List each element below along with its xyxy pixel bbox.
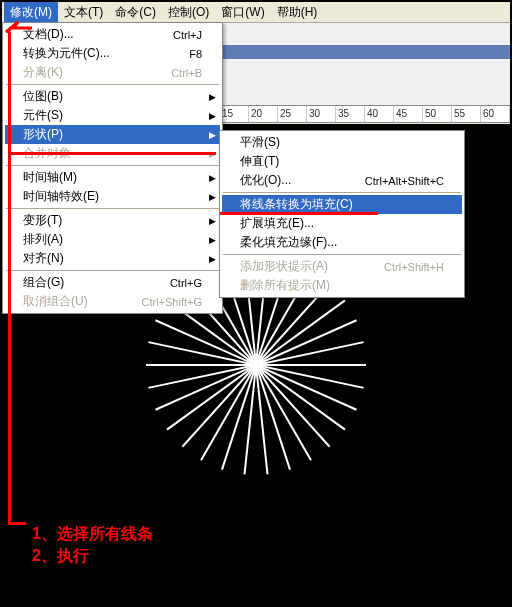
menu-label: 取消组合(U) bbox=[23, 293, 141, 310]
menu-window[interactable]: 窗口(W) bbox=[215, 2, 270, 23]
menu-label: 排列(A) bbox=[23, 231, 202, 248]
menu-timeline[interactable]: 时间轴(M) ▶ bbox=[5, 168, 220, 187]
ruler-tick: 55 bbox=[452, 106, 481, 122]
red-annotation-line bbox=[8, 32, 11, 522]
submenu-remove-hints: 删除所有提示(M) bbox=[222, 276, 462, 295]
menu-separator bbox=[6, 270, 219, 271]
ruler-tick: 25 bbox=[278, 106, 307, 122]
menu-document[interactable]: 文档(D)... Ctrl+J bbox=[5, 25, 220, 44]
menu-shortcut: Ctrl+Shift+G bbox=[141, 296, 202, 308]
submenu-arrow-icon: ▶ bbox=[209, 173, 216, 183]
menu-label: 组合(G) bbox=[23, 274, 170, 291]
menu-shortcut: Ctrl+Alt+Shift+C bbox=[365, 175, 444, 187]
submenu-add-shape-hint: 添加形状提示(A) Ctrl+Shift+H bbox=[222, 257, 462, 276]
timeline-ruler[interactable]: 15 20 25 30 35 40 45 50 55 60 bbox=[220, 105, 510, 123]
menu-label: 柔化填充边缘(F)... bbox=[240, 234, 444, 251]
red-arrow-icon bbox=[4, 20, 34, 34]
menu-label: 删除所有提示(M) bbox=[240, 277, 444, 294]
menu-text[interactable]: 文本(T) bbox=[58, 2, 109, 23]
menu-timeline-fx[interactable]: 时间轴特效(E) ▶ bbox=[5, 187, 220, 206]
submenu-soften-fill[interactable]: 柔化填充边缘(F)... bbox=[222, 233, 462, 252]
menu-label: 时间轴(M) bbox=[23, 169, 202, 186]
menubar: 修改(M) 文本(T) 命令(C) 控制(O) 窗口(W) 帮助(H) bbox=[2, 2, 510, 23]
annotation-step1: 1、选择所有线条 bbox=[32, 524, 153, 545]
menu-shortcut: F8 bbox=[189, 48, 202, 60]
annotation-step2: 2、执行 bbox=[32, 546, 89, 567]
modify-dropdown: 文档(D)... Ctrl+J 转换为元件(C)... F8 分离(K) Ctr… bbox=[2, 22, 223, 314]
red-annotation-line bbox=[8, 152, 216, 155]
ruler-tick: 30 bbox=[307, 106, 336, 122]
submenu-arrow-icon: ▶ bbox=[209, 92, 216, 102]
submenu-optimize[interactable]: 优化(O)... Ctrl+Alt+Shift+C bbox=[222, 171, 462, 190]
ruler-tick: 15 bbox=[220, 106, 249, 122]
menu-symbol[interactable]: 元件(S) ▶ bbox=[5, 106, 220, 125]
menu-bitmap[interactable]: 位图(B) ▶ bbox=[5, 87, 220, 106]
menu-label: 扩展填充(E)... bbox=[240, 215, 444, 232]
menu-label: 文档(D)... bbox=[23, 26, 173, 43]
menu-shortcut: Ctrl+J bbox=[173, 29, 202, 41]
menu-separator bbox=[223, 254, 461, 255]
submenu-expand-fill[interactable]: 扩展填充(E)... bbox=[222, 214, 462, 233]
menu-group[interactable]: 组合(G) Ctrl+G bbox=[5, 273, 220, 292]
menu-label: 将线条转换为填充(C) bbox=[240, 196, 444, 213]
menu-transform[interactable]: 变形(T) ▶ bbox=[5, 211, 220, 230]
menu-label: 伸直(T) bbox=[240, 153, 444, 170]
menu-separate: 分离(K) Ctrl+B bbox=[5, 63, 220, 82]
menu-convert-symbol[interactable]: 转换为元件(C)... F8 bbox=[5, 44, 220, 63]
menu-label: 形状(P) bbox=[23, 126, 202, 143]
menu-arrange[interactable]: 排列(A) ▶ bbox=[5, 230, 220, 249]
menu-label: 平滑(S) bbox=[240, 134, 444, 151]
red-annotation-line bbox=[220, 212, 378, 215]
submenu-arrow-icon: ▶ bbox=[209, 235, 216, 245]
menu-shortcut: Ctrl+Shift+H bbox=[384, 261, 444, 273]
submenu-smooth[interactable]: 平滑(S) bbox=[222, 133, 462, 152]
menu-shape[interactable]: 形状(P) ▶ bbox=[5, 125, 220, 144]
submenu-arrow-icon: ▶ bbox=[209, 254, 216, 264]
menu-label: 分离(K) bbox=[23, 64, 171, 81]
menu-label: 位图(B) bbox=[23, 88, 202, 105]
menu-label: 元件(S) bbox=[23, 107, 202, 124]
menu-separator bbox=[6, 208, 219, 209]
menu-label: 优化(O)... bbox=[240, 172, 365, 189]
menu-label: 转换为元件(C)... bbox=[23, 45, 189, 62]
ruler-tick: 35 bbox=[336, 106, 365, 122]
menu-ungroup: 取消组合(U) Ctrl+Shift+G bbox=[5, 292, 220, 311]
menu-control[interactable]: 控制(O) bbox=[162, 2, 215, 23]
submenu-straighten[interactable]: 伸直(T) bbox=[222, 152, 462, 171]
menu-separator bbox=[6, 84, 219, 85]
ruler-tick: 40 bbox=[365, 106, 394, 122]
submenu-arrow-icon: ▶ bbox=[209, 216, 216, 226]
menu-separator bbox=[6, 165, 219, 166]
menu-label: 变形(T) bbox=[23, 212, 202, 229]
menu-label: 添加形状提示(A) bbox=[240, 258, 384, 275]
ruler-tick: 60 bbox=[481, 106, 510, 122]
menu-command[interactable]: 命令(C) bbox=[109, 2, 162, 23]
ruler-tick: 45 bbox=[394, 106, 423, 122]
submenu-arrow-icon: ▶ bbox=[209, 192, 216, 202]
menu-shortcut: Ctrl+G bbox=[170, 277, 202, 289]
menu-label: 时间轴特效(E) bbox=[23, 188, 202, 205]
menu-separator bbox=[223, 192, 461, 193]
menu-help[interactable]: 帮助(H) bbox=[271, 2, 324, 23]
submenu-arrow-icon: ▶ bbox=[209, 111, 216, 121]
ruler-tick: 20 bbox=[249, 106, 278, 122]
red-annotation-line bbox=[8, 522, 26, 525]
ruler-tick: 50 bbox=[423, 106, 452, 122]
menu-shortcut: Ctrl+B bbox=[171, 67, 202, 79]
menu-label: 对齐(N) bbox=[23, 250, 202, 267]
submenu-arrow-icon: ▶ bbox=[209, 130, 216, 140]
menu-align[interactable]: 对齐(N) ▶ bbox=[5, 249, 220, 268]
timeline-strip bbox=[220, 45, 510, 59]
